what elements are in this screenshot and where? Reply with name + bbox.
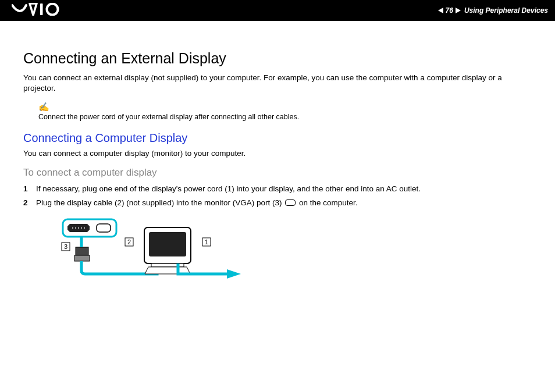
diagram-label-1: 1 — [205, 238, 208, 245]
connection-diagram: 3 2 1 — [41, 217, 532, 283]
note-icon: ✍ — [38, 102, 532, 112]
next-page-arrow-icon[interactable] — [456, 8, 461, 13]
svg-marker-17 — [227, 269, 241, 279]
intro-paragraph: You can connect an external display (not… — [23, 73, 532, 94]
svg-point-7 — [84, 227, 85, 229]
task-heading: To connect a computer display — [23, 167, 532, 179]
step-item: Plug the display cable (2) (not supplied… — [23, 197, 532, 209]
step-text: If necessary, plug one end of the displa… — [36, 183, 421, 195]
step-text: Plug the display cable (2) (not supplied… — [36, 197, 358, 209]
note-text: Connect the power cord of your external … — [38, 113, 299, 121]
section-title: Using Peripheral Devices — [464, 6, 548, 15]
note-block: ✍ Connect the power cord of your externa… — [38, 102, 532, 122]
page-number: 76 — [446, 6, 453, 15]
vaio-logo — [12, 3, 64, 18]
page-title: Connecting an External Display — [23, 50, 532, 67]
svg-point-5 — [78, 227, 79, 229]
svg-rect-14 — [149, 232, 186, 256]
page-header: 76 Using Peripheral Devices — [0, 0, 555, 21]
step-list: If necessary, plug one end of the displa… — [23, 183, 532, 209]
diagram-label-3: 3 — [64, 243, 67, 250]
svg-point-6 — [81, 227, 82, 229]
subsection-intro: You can connect a computer display (moni… — [23, 148, 532, 159]
step-item: If necessary, plug one end of the displa… — [23, 183, 532, 195]
svg-rect-0 — [40, 3, 43, 15]
vga-port-icon — [285, 199, 296, 206]
subsection-title: Connecting a Computer Display — [23, 131, 532, 145]
header-nav: 76 Using Peripheral Devices — [438, 6, 548, 15]
svg-point-1 — [47, 4, 58, 15]
diagram-label-2: 2 — [127, 238, 131, 245]
svg-rect-8 — [97, 224, 111, 232]
prev-page-arrow-icon[interactable] — [438, 8, 443, 13]
svg-rect-11 — [74, 255, 90, 261]
svg-point-4 — [75, 227, 76, 229]
svg-point-3 — [72, 227, 73, 229]
svg-rect-10 — [76, 247, 88, 255]
page-content: Connecting an External Display You can c… — [0, 21, 555, 283]
